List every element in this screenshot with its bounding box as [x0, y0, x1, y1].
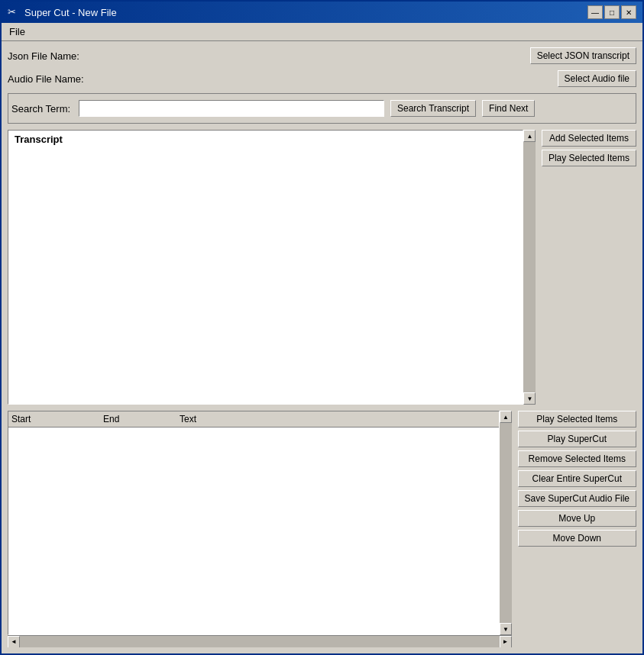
transcript-section: Transcript ▲ ▼ Add Selected Items Play S… [8, 130, 636, 405]
hscroll-left[interactable]: ◄ [8, 636, 20, 648]
json-file-name [98, 47, 524, 64]
minimize-button[interactable]: — [587, 5, 603, 19]
hscroll-right[interactable]: ► [500, 636, 512, 648]
save-supercut-audio-button[interactable]: Save SuperCut Audio File [518, 490, 636, 507]
app-icon: ✂ [8, 6, 20, 18]
supercut-section: Start End Text ▲ ▼ ◄ ► [8, 411, 636, 647]
search-row: Search Term: Search Transcript Find Next [8, 93, 636, 124]
supercut-with-scroll: Start End Text ▲ ▼ ◄ ► [8, 411, 512, 647]
select-audio-button[interactable]: Select Audio file [558, 70, 636, 87]
transcript-container: Transcript [8, 130, 523, 405]
json-file-label: Json File Name: [8, 50, 92, 62]
transcript-scrollbar: ▲ ▼ [523, 130, 536, 405]
maximize-button[interactable]: □ [604, 5, 620, 19]
col-end-header: End [103, 414, 180, 424]
transcript-title: Transcript [8, 131, 523, 148]
transcript-scroll-track[interactable] [523, 142, 536, 392]
add-selected-items-button[interactable]: Add Selected Items [542, 130, 636, 147]
title-controls: — □ ✕ [587, 5, 636, 19]
play-supercut-button[interactable]: Play SuperCut [518, 431, 636, 447]
supercut-scroll-down[interactable]: ▼ [500, 623, 512, 635]
clear-entire-supercut-button[interactable]: Clear Entire SuperCut [518, 470, 636, 487]
supercut-hscrollbar: ◄ ► [8, 635, 512, 647]
search-input[interactable] [79, 100, 384, 117]
transcript-scroll-down[interactable]: ▼ [523, 392, 536, 405]
transcript-area[interactable] [8, 148, 523, 404]
supercut-container: Start End Text [8, 411, 500, 635]
title-bar: ✂ Super Cut - New File — □ ✕ [2, 2, 642, 23]
window-title: Super Cut - New File [24, 7, 117, 18]
supercut-body[interactable] [8, 428, 499, 634]
transcript-scroll-up[interactable]: ▲ [523, 130, 536, 142]
supercut-scrollbar: ▲ ▼ [500, 411, 512, 635]
select-json-button[interactable]: Select JSON transcript [530, 47, 636, 64]
supercut-buttons: Play Selected Items Play SuperCut Remove… [518, 411, 636, 647]
supercut-scroll-track[interactable] [500, 423, 512, 623]
transcript-inner: Transcript ▲ ▼ [8, 130, 536, 405]
main-content: Json File Name: Select JSON transcript A… [2, 41, 642, 653]
play-selected-items-button-bottom[interactable]: Play Selected Items [518, 411, 636, 428]
hscroll-track[interactable] [20, 636, 500, 648]
menu-file[interactable]: File [5, 24, 30, 39]
audio-file-row: Audio File Name: Select Audio file [8, 70, 636, 87]
search-label: Search Term: [11, 103, 73, 115]
remove-selected-items-button[interactable]: Remove Selected Items [518, 450, 636, 467]
menu-bar: File [2, 23, 642, 41]
play-selected-items-button-top[interactable]: Play Selected Items [542, 150, 636, 166]
close-button[interactable]: ✕ [621, 5, 636, 19]
title-bar-left: ✂ Super Cut - New File [8, 6, 117, 18]
supercut-header: Start End Text [8, 411, 499, 428]
move-up-button[interactable]: Move Up [518, 510, 636, 527]
supercut-inner: Start End Text ▲ ▼ [8, 411, 512, 635]
json-file-row: Json File Name: Select JSON transcript [8, 47, 636, 64]
transcript-with-scroll: Transcript ▲ ▼ [8, 130, 536, 405]
transcript-buttons: Add Selected Items Play Selected Items [542, 130, 636, 405]
col-text-header: Text [180, 414, 496, 424]
audio-file-label: Audio File Name: [8, 73, 92, 85]
main-window: ✂ Super Cut - New File — □ ✕ File Json F… [0, 0, 644, 655]
move-down-button[interactable]: Move Down [518, 530, 636, 547]
find-next-button[interactable]: Find Next [482, 100, 535, 117]
supercut-scroll-up[interactable]: ▲ [500, 411, 512, 423]
search-transcript-button[interactable]: Search Transcript [390, 100, 476, 117]
col-start-header: Start [11, 414, 103, 424]
audio-file-name [98, 70, 552, 87]
